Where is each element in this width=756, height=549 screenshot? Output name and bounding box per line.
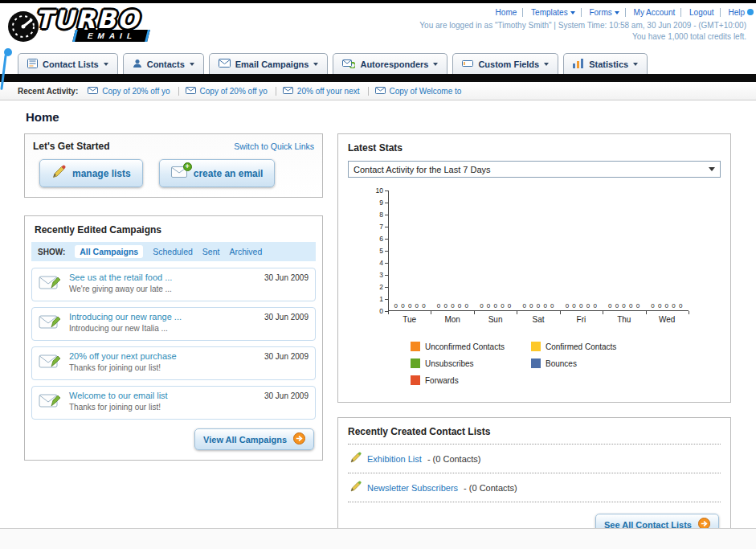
campaign-title-link[interactable]: 20% off your next purchase [69,351,258,361]
filter-scheduled[interactable]: Scheduled [153,247,193,256]
chevron-down-icon [190,63,194,66]
campaign-title-link[interactable]: Welcome to our email list [69,391,258,400]
contact-list-link[interactable]: Exhibition List [367,454,422,464]
chevron-down-icon [709,167,715,171]
x-axis-tick [646,311,647,314]
top-link-help[interactable]: Help [722,8,746,17]
get-started-panel: Let's Get Started Switch to Quick Links … [24,133,323,198]
nav-tab-label: Contacts [147,59,185,69]
campaign-title-link[interactable]: See us at the retail food ... [69,272,258,282]
manage-lists-button[interactable]: manage lists [39,159,143,187]
campaigns-panel-title: Recently Edited Campaigns [35,224,316,236]
top-link-home[interactable]: Home [490,8,524,17]
filter-all-campaigns[interactable]: All Campaigns [75,245,143,258]
app-logo[interactable]: TURBO EMAIL [6,6,149,45]
chart-bar-group: 0 0 0 0 0 [389,191,431,310]
legend-swatch [531,358,541,368]
legend-item: Bounces [531,358,652,368]
create-email-button[interactable]: + create an email [159,159,276,187]
top-link-forms[interactable]: Forms [583,8,625,17]
legend-label: Unsubscribes [425,359,474,368]
chart-bar-group: 0 0 0 0 0 [431,191,474,310]
legend-item: Forwards [411,375,531,385]
nav-divider-bar [0,74,756,82]
switch-quick-links-link[interactable]: Switch to Quick Links [234,141,314,151]
view-all-campaigns-label: View All Campaigns [203,435,287,445]
top-links: Home Templates Forms My Account Logout H… [419,8,746,17]
top-link-label: Templates [531,8,568,17]
campaign-item[interactable]: 20% off your next purchase Thanks for jo… [31,346,316,380]
nav-tab-label: Email Campaigns [235,59,309,69]
top-link-label: My Account [634,8,676,17]
nav-tab-custom-fields[interactable]: Custom Fields [452,53,558,74]
campaign-item[interactable]: Introducing our new range ... Introducin… [31,307,316,341]
recent-activity-text: Copy of 20% off yo [200,87,268,96]
top-link-label: Forms [589,8,611,17]
latest-stats-title: Latest Stats [348,142,721,154]
bar-value-labels: 0 0 0 0 0 [560,302,603,309]
legend-label: Bounces [546,359,577,368]
nav-tab-email-campaigns[interactable]: Email Campaigns [209,53,329,74]
nav-tab-autoresponders[interactable]: Autoresponders [333,53,447,74]
logo-subtitle: EMAIL [72,30,150,42]
filter-archived[interactable]: Archived [229,247,262,256]
chevron-down-icon [633,63,638,66]
recent-activity-item[interactable]: Copy of Welcome to [375,87,470,96]
nav-tab-label: Autoresponders [360,59,428,69]
legend-swatch [531,342,541,351]
recent-activity-bar: Recent Activity: Copy of 20% off yo Copy… [0,82,756,100]
decoration-dot [747,9,754,15]
custom-fields-icon [462,59,473,69]
bar-value-labels: 0 0 0 0 0 [389,302,431,309]
credits-info: You have 1,000 total credits left. [419,32,746,41]
campaign-item[interactable]: See us at the retail food ... We're givi… [31,268,316,301]
top-link-logout[interactable]: Logout [684,8,721,17]
campaign-title-link[interactable]: Introducing our new range ... [69,312,258,322]
envelope-icon [88,87,98,96]
page-title: Home [26,110,732,124]
nav-tab-statistics[interactable]: Statistics [563,53,648,74]
chart-bar-group: 0 0 0 0 0 [517,191,560,310]
bar-value-labels: 0 0 0 0 0 [431,302,474,309]
envelope-icon [283,87,293,96]
chart-bar-group: 0 0 0 0 0 [603,191,645,310]
autoresponders-icon [342,59,355,70]
recent-activity-item[interactable]: 20% off your next [283,87,369,96]
top-link-templates[interactable]: Templates [525,8,582,17]
view-all-campaigns-button[interactable]: View All Campaigns [194,428,314,450]
campaign-subtitle: Thanks for joining our list! [69,403,258,412]
nav-tab-contact-lists[interactable]: Contact Lists [18,53,118,74]
get-started-title: Let's Get Started [33,141,110,152]
contact-lists-panel-title: Recently Created Contact Lists [348,426,721,445]
legend-label: Confirmed Contacts [546,342,616,351]
legend-label: Unconfirmed Contacts [425,342,505,351]
envelope-plus-icon: + [171,166,187,180]
campaign-subtitle: Introducing our new Italia ... [69,324,258,333]
top-link-my-account[interactable]: My Account [628,8,682,17]
left-column: Let's Get Started Switch to Quick Links … [24,133,323,461]
header-right: Home Templates Forms My Account Logout H… [419,8,746,41]
chart-bar-group: 0 0 0 0 0 [646,191,689,310]
filter-sent[interactable]: Sent [202,247,220,256]
envelope-icon [375,87,386,96]
right-column: Latest Stats Contact Activity for the La… [337,133,731,547]
contact-list-link[interactable]: Newsletter Subscribers [367,483,458,493]
pencil-icon [51,165,66,182]
stats-period-select[interactable]: Contact Activity for the Last 7 Days [348,161,721,178]
campaign-item[interactable]: Welcome to our email list Thanks for joi… [31,386,316,420]
recent-activity-item[interactable]: Copy of 20% off yo [186,87,276,96]
top-link-label: Logout [689,8,714,17]
campaign-filter-bar: SHOW: All Campaigns Scheduled Sent Archi… [31,242,316,261]
recent-activity-item[interactable]: Copy of 20% off yo [88,87,178,96]
contact-list-detail: - (0 Contacts) [427,454,481,464]
contact-list-item[interactable]: Exhibition List - (0 Contacts) [348,445,721,473]
x-axis-tick [474,311,475,314]
email-campaigns-icon [219,59,231,69]
stats-period-value: Contact Activity for the Last 7 Days [353,165,491,174]
nav-tab-label: Statistics [589,59,628,69]
nav-tab-contacts[interactable]: Contacts [123,53,204,74]
campaign-subtitle: Thanks for joining our list! [69,363,258,372]
contact-list-item[interactable]: Newsletter Subscribers - (0 Contacts) [348,473,721,502]
recent-activity-text: Copy of Welcome to [390,87,462,96]
x-axis-label: Fri [560,311,603,326]
